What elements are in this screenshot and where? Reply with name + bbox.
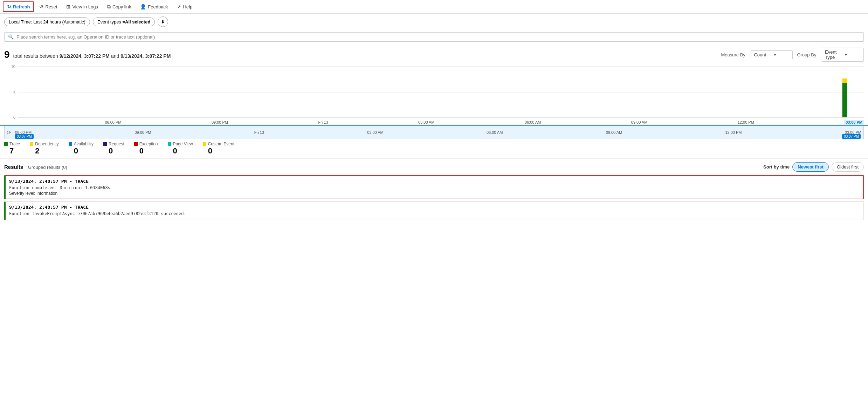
time-filter-label: Local Time: Last 24 hours (Automatic) [9,19,85,25]
reset-button[interactable]: ↺ Reset [35,2,61,12]
group-by-select[interactable]: Event Type ▼ [822,48,864,62]
legend-item-request[interactable]: Request 0 [103,142,124,156]
results-summary: 9 total results between 9/12/2024, 3:07:… [4,49,171,60]
mini-time-left: 03:07 PM [15,134,34,139]
refresh-label: Refresh [13,4,30,9]
x-label-3: Fri 13 [318,120,328,124]
mini-navigator[interactable]: ⟳ 06:00 PM 09:00 PM Fri 13 03:00 AM 06:0… [4,126,864,139]
x-label-8: 03:00 PM [844,120,864,125]
help-button[interactable]: ↗ Help [173,2,196,12]
funnel-icon: ⬇ [161,19,165,25]
legend-dot-0 [4,142,8,146]
legend-count-3: 0 [103,146,113,156]
feedback-button[interactable]: 👤 Feedback [136,2,172,12]
legend-text-5: Page View [173,142,193,146]
legend-text-0: Trace [9,142,20,146]
grouped-label: Grouped results (0) [28,165,67,170]
view-in-logs-button[interactable]: ⊞ View in Logs [62,2,102,12]
legend-text-4: Exception [139,142,158,146]
help-icon: ↗ [177,4,181,9]
sort-bar: Sort by time Newest first Oldest first [763,162,864,172]
results-title-group: Results Grouped results (0) [4,164,67,170]
measure-by-chevron: ▼ [773,53,790,57]
legend-item-page-view[interactable]: Page View 0 [168,142,193,156]
legend-count-1: 2 [30,146,39,156]
logs-icon: ⊞ [66,4,70,9]
legend-text-2: Availability [74,142,94,146]
legend-label-4: Exception [134,142,158,146]
newest-first-button[interactable]: Newest first [792,162,829,172]
legend-label-1: Dependency [30,142,58,146]
x-label-6: 09:00 AM [631,120,647,124]
result-item-1[interactable]: 9/13/2024, 2:48:57 PM - TRACE Function I… [4,201,864,220]
measure-by-value: Count [754,52,770,57]
result-message-0: Function completed. Duration: 1.0384068s [9,185,860,190]
result-item-0[interactable]: 9/13/2024, 2:48:57 PM - TRACE Function c… [4,175,864,199]
refresh-button[interactable]: ↻ Refresh [3,1,34,12]
legend-count-5: 0 [168,146,177,156]
legend-count-0: 7 [4,146,14,156]
copy-icon: ⧉ [107,4,111,10]
legend-count-2: 0 [69,146,78,156]
legend-item-availability[interactable]: Availability 0 [69,142,94,156]
x-label-2: 09:00 PM [212,120,228,124]
legend-item-trace[interactable]: Trace 7 [4,142,20,156]
result-severity-0: Severity level: Information [9,191,860,196]
feedback-icon: 👤 [140,4,146,9]
legend-dot-3 [103,142,107,146]
mini-x-label-4: 03:00 AM [367,130,383,135]
legend-item-dependency[interactable]: Dependency 2 [30,142,58,156]
event-types-value: All selected [125,19,150,25]
filter-bar: Local Time: Last 24 hours (Automatic) Ev… [0,14,868,30]
refresh-icon: ↻ [7,4,11,9]
measure-by-label: Measure By: [721,52,746,57]
results-title-bar: Results Grouped results (0) Sort by time… [4,162,864,172]
mini-x-label-3: Fri 13 [254,130,264,135]
navigator-icon[interactable]: ⟳ [7,129,11,136]
results-start-time: 9/12/2024, 3:07:22 PM [60,53,110,59]
result-title-0: 9/13/2024, 2:48:57 PM - TRACE [9,179,860,184]
mini-x-label-7: 12:00 PM [725,130,742,135]
event-types-filter-chip[interactable]: Event types = All selected [93,18,155,26]
bar-chart: 10 5 0 [4,63,864,119]
filter-icon-button[interactable]: ⬇ [158,16,168,27]
copy-link-label: Copy link [112,4,131,9]
results-list: 9/13/2024, 2:48:57 PM - TRACE Function c… [4,175,864,220]
legend-label-5: Page View [168,142,193,146]
legend-dot-6 [203,142,206,146]
svg-rect-6 [842,83,847,117]
legend-bar: Trace 7 Dependency 2 Availability 0 Requ… [0,139,868,159]
legend-item-exception[interactable]: Exception 0 [134,142,158,156]
results-and: and [111,53,119,59]
toolbar: ↻ Refresh ↺ Reset ⊞ View in Logs ⧉ Copy … [0,0,868,14]
results-title: Results [4,164,23,170]
search-input[interactable] [16,34,860,40]
result-message-1: Function InvokePromptAsync_e7067ab796954… [9,211,860,216]
x-axis: 06:00 PM 09:00 PM Fri 13 03:00 AM 06:00 … [0,119,868,126]
legend-label-2: Availability [69,142,94,146]
copy-link-button[interactable]: ⧉ Copy link [103,2,135,12]
results-end-time: 9/13/2024, 3:07:22 PM [120,53,171,59]
results-count: 9 [4,49,10,60]
x-label-1: 06:00 PM [105,120,121,124]
legend-dot-4 [134,142,138,146]
results-text: total results between [13,53,58,59]
oldest-first-button[interactable]: Oldest first [832,162,864,172]
event-types-label: Event types = [97,19,125,25]
legend-dot-1 [30,142,33,146]
x-label-4: 03:00 AM [418,120,434,124]
legend-label-0: Trace [4,142,20,146]
x-label-7: 12:00 PM [738,120,754,124]
group-by-value: Event Type [825,49,841,60]
time-filter-chip[interactable]: Local Time: Last 24 hours (Automatic) [4,18,90,26]
legend-item-custom-event[interactable]: Custom Event 0 [203,142,234,156]
legend-text-3: Request [109,142,124,146]
group-by-label: Group By: [797,52,818,57]
legend-dot-2 [69,142,72,146]
mini-x-label-5: 06:00 AM [487,130,503,135]
legend-count-6: 0 [203,146,212,156]
help-label: Help [183,4,192,9]
x-label-5: 06:00 AM [525,120,541,124]
measure-by-select[interactable]: Count ▼ [751,50,793,59]
mini-nav-inner: 06:00 PM 09:00 PM Fri 13 03:00 AM 06:00 … [5,130,863,135]
